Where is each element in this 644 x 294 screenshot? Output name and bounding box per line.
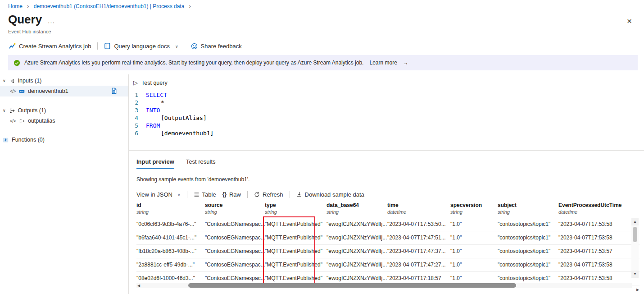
table-body: "0c06cf63-9d3b-4a76-..." "ContosoEGNames… [136, 218, 639, 291]
sample-events-caption: Showing sample events from 'demoeventhub… [136, 176, 249, 183]
breadcrumb-home-link[interactable]: Home [8, 3, 23, 9]
line-number: 3 [129, 106, 146, 114]
book-icon [104, 43, 111, 50]
page-subtitle: Event Hub instance [8, 29, 51, 34]
code-text: [OutputAlias] [146, 114, 207, 122]
line-number: 6 [129, 129, 146, 137]
sidebar-item-demoeventhub1[interactable]: </> demoeventhub1 [0, 86, 128, 96]
cell-source: "ContosoEGNamespac..." [205, 258, 265, 271]
vertical-scrollbar-thumb[interactable] [633, 227, 637, 242]
breadcrumb-current-link[interactable]: demoeventhub1 (ContosoEH1/demoeventhub1)… [34, 3, 185, 9]
horizontal-scrollbar-thumb[interactable] [188, 283, 516, 288]
close-button[interactable]: × [627, 16, 632, 26]
column-name: type [265, 202, 322, 208]
column-name: specversion [450, 202, 493, 208]
cell-eventprocessedutctime: "2023-04-07T17:53:57 [558, 245, 639, 258]
column-header-source: source string [205, 202, 265, 215]
cell-time: "2023-04-07T17:53:50... [387, 218, 450, 231]
inputs-icon [9, 78, 15, 84]
chevron-down-icon: ∨ [175, 44, 178, 49]
column-name: id [136, 202, 200, 208]
column-header-type: type string [265, 202, 327, 215]
braces-icon: {} [222, 191, 227, 198]
download-sample-data-label: Download sample data [305, 191, 364, 198]
cell-specversion: "1.0" [450, 231, 498, 244]
view-toolbar: View in JSON ∨ Table {} Raw Refresh Down [136, 190, 364, 199]
query-editor[interactable]: 1 SELECT 2 * 3 INTO 4 [OutputAlias] 5 FR… [129, 91, 642, 137]
download-sample-data-button[interactable]: Download sample data [296, 191, 364, 198]
scroll-left-icon[interactable]: ◀ [137, 283, 140, 288]
tab-test-results[interactable]: Test results [186, 158, 216, 169]
command-bar: Create Stream Analytics job Query langua… [9, 41, 242, 51]
query-language-docs-label: Query language docs [114, 43, 170, 50]
cell-type: "MQTT.EventPublished" [265, 218, 327, 231]
line-number: 5 [129, 122, 146, 129]
download-icon [296, 192, 302, 198]
cell-data_base64: "ewogICJNZXNzYWdlIj..." [327, 231, 387, 244]
toolbar-divider [187, 191, 187, 198]
toolbar-divider [97, 42, 98, 50]
column-type: datetime [558, 209, 635, 215]
column-type: string [136, 209, 200, 215]
functions-icon [3, 137, 9, 143]
cell-specversion: "1.0" [450, 218, 498, 231]
view-in-json-dropdown[interactable]: View in JSON ∨ [136, 191, 181, 198]
cell-data_base64: "ewogICJNZXNzYWdlIj..." [327, 245, 387, 258]
sidebar-section-inputs[interactable]: ∨ Inputs (1) [3, 78, 41, 84]
chevron-down-icon[interactable]: ∨ [3, 108, 6, 113]
scroll-up-icon[interactable]: ▲ [631, 218, 639, 225]
sidebar-item-outputalias[interactable]: </> outputalias [0, 118, 128, 124]
table-row: "fb18c20a-b863-408b-..." "ContosoEGNames… [136, 245, 639, 258]
line-number: 2 [129, 99, 146, 106]
raw-view-button[interactable]: {} Raw [222, 191, 241, 198]
scroll-right-icon[interactable]: ▶ [636, 287, 639, 292]
cell-data_base64: "ewogICJNZXNzYWdlIj..." [327, 218, 387, 231]
output-alias-icon [19, 118, 25, 124]
column-header-specversion: specversion string [450, 202, 498, 215]
code-line: 4 [OutputAlias] [129, 114, 642, 122]
outputs-section-label: Outputs (1) [18, 107, 46, 114]
code-text: INTO [146, 106, 160, 114]
scroll-down-icon[interactable]: ▼ [631, 271, 639, 278]
editor-divider [129, 150, 644, 151]
table-row: "b6faa640-4101-45c1-..." "ContosoEGNames… [136, 231, 639, 245]
cell-id: "fb18c20a-b863-408b-..." [136, 245, 205, 258]
chevron-down-icon: ∨ [177, 193, 181, 197]
document-icon[interactable] [111, 87, 118, 94]
line-number: 1 [129, 91, 146, 99]
test-query-label: Test query [141, 80, 168, 86]
toolbar-divider [290, 191, 290, 198]
cell-source: "ContosoEGNamespac..." [205, 245, 265, 258]
sidebar-section-outputs[interactable]: ∨ Outputs (1) [3, 107, 46, 114]
share-feedback-button[interactable]: Share feedback [191, 43, 242, 50]
column-type: string [450, 209, 493, 215]
smiley-icon [191, 43, 198, 50]
test-query-button[interactable]: ▷ Test query [133, 79, 168, 86]
cell-source: "ContosoEGNamespac..." [205, 218, 265, 231]
query-language-docs-button[interactable]: Query language docs ∨ [104, 43, 178, 50]
tab-input-preview[interactable]: Input preview [136, 158, 174, 169]
chevron-down-icon[interactable]: ∨ [3, 78, 6, 83]
cell-source: "ContosoEGNamespac..." [205, 231, 265, 244]
eventhub-icon [19, 88, 25, 94]
arrow-right-icon: → [403, 60, 408, 66]
chevron-right-icon: › [27, 3, 29, 9]
refresh-label: Refresh [263, 191, 283, 198]
code-line: 2 * [129, 99, 642, 106]
success-check-icon [14, 60, 20, 66]
table-view-button[interactable]: Table [194, 191, 216, 198]
code-text: FROM [146, 122, 160, 129]
column-header-id: id string [136, 202, 205, 215]
cell-eventprocessedutctime: "2023-04-07T17:53:58 [558, 218, 639, 231]
table-view-label: Table [202, 191, 216, 198]
create-stream-analytics-job-button[interactable]: Create Stream Analytics job [9, 43, 91, 50]
refresh-button[interactable]: Refresh [254, 191, 283, 198]
code-text: SELECT [146, 91, 167, 99]
title-more-button[interactable]: ··· [48, 19, 55, 26]
cell-time: "2023-04-07T17:47:27... [387, 258, 450, 271]
sidebar-section-functions[interactable]: Functions (0) [3, 137, 45, 143]
cell-time: "2023-04-07T17:47:51... [387, 231, 450, 244]
column-name: time [387, 202, 446, 208]
cell-data_base64: "ewogICJNZXNzYWdlIj..." [327, 258, 387, 271]
learn-more-link[interactable]: Learn more [369, 60, 397, 66]
